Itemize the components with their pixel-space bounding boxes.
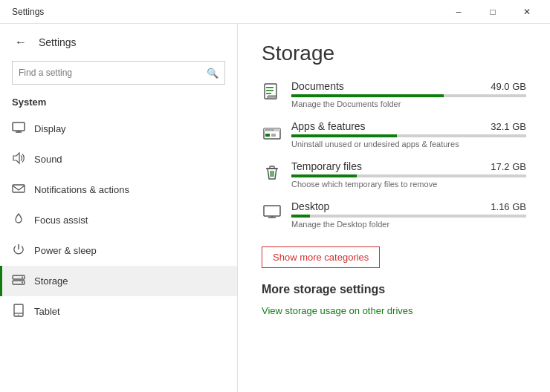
documents-name: Documents [291, 80, 344, 92]
view-storage-link[interactable]: View storage usage on other drives [262, 305, 413, 316]
sidebar-item-storage[interactable]: Storage [0, 266, 237, 296]
storage-item-documents[interactable]: Documents 49.0 GB Manage the Documents f… [262, 80, 526, 108]
sidebar-item-focus[interactable]: Focus assist [0, 205, 237, 235]
tablet-icon [12, 304, 25, 319]
svg-rect-15 [266, 93, 271, 94]
page-title: Storage [262, 42, 526, 65]
documents-icon [262, 82, 282, 102]
show-more-categories-button[interactable]: Show more categories [262, 246, 380, 268]
search-box[interactable]: 🔍 [12, 61, 225, 85]
svg-rect-0 [13, 122, 25, 131]
maximize-button[interactable]: □ [476, 0, 510, 24]
temp-header: Temporary files 17.2 GB [291, 160, 526, 172]
svg-rect-30 [264, 206, 280, 216]
svg-rect-20 [265, 130, 268, 131]
svg-rect-21 [268, 130, 271, 131]
content-area: Storage Documents 49.0 GB [238, 24, 550, 392]
temp-progress-bg [291, 174, 526, 177]
temp-content: Temporary files 17.2 GB Choose which tem… [291, 160, 526, 189]
svg-rect-24 [271, 134, 276, 137]
display-icon [12, 121, 25, 137]
documents-desc: Manage the Documents folder [291, 99, 526, 108]
sidebar-item-label-sound: Sound [34, 154, 62, 165]
temp-name: Temporary files [291, 160, 362, 172]
temp-icon [262, 162, 282, 183]
storage-item-desktop[interactable]: Desktop 1.16 GB Manage the Desktop folde… [262, 200, 526, 229]
close-button[interactable]: ✕ [510, 0, 544, 24]
sidebar-item-label-tablet: Tablet [34, 306, 60, 317]
power-icon [12, 243, 25, 258]
documents-header: Documents 49.0 GB [291, 80, 526, 92]
sidebar-top: ← Settings [0, 24, 237, 58]
sidebar-item-label-focus: Focus assist [34, 215, 88, 226]
minimize-button[interactable]: – [441, 0, 476, 24]
documents-progress-fill [291, 94, 444, 97]
sidebar-item-label-notifications: Notifications & actions [34, 184, 129, 195]
sidebar-app-title: Settings [39, 36, 77, 48]
svg-point-7 [22, 277, 23, 278]
apps-icon [262, 122, 282, 143]
svg-point-11 [18, 314, 19, 316]
search-icon: 🔍 [207, 68, 219, 79]
apps-desc: Uninstall unused or undesired apps & fea… [291, 140, 526, 148]
desktop-icon [262, 202, 282, 223]
desktop-name: Desktop [291, 200, 329, 212]
desktop-desc: Manage the Desktop folder [291, 220, 526, 229]
svg-rect-13 [266, 87, 274, 88]
apps-name: Apps & features [291, 120, 366, 132]
documents-progress-bg [291, 94, 526, 97]
storage-icon [12, 273, 25, 289]
svg-rect-23 [265, 134, 270, 137]
back-button[interactable]: ← [12, 33, 30, 52]
temp-desc: Choose which temporary files to remove [291, 180, 526, 189]
focus-icon [12, 212, 25, 228]
sidebar-item-sound[interactable]: Sound [0, 144, 237, 174]
storage-item-apps[interactable]: Apps & features 32.1 GB Uninstall unused… [262, 120, 526, 148]
sidebar-item-display[interactable]: Display [0, 114, 237, 144]
sidebar-item-label-power: Power & sleep [34, 245, 97, 256]
more-storage-title: More storage settings [262, 283, 526, 296]
sidebar-item-label-storage: Storage [34, 275, 68, 287]
title-bar: Settings – □ ✕ [0, 0, 550, 24]
apps-progress-fill [291, 134, 397, 137]
sidebar-item-label-display: Display [34, 123, 66, 134]
desktop-content: Desktop 1.16 GB Manage the Desktop folde… [291, 200, 526, 229]
svg-rect-4 [13, 185, 25, 192]
svg-point-8 [22, 282, 23, 284]
search-input[interactable] [19, 68, 202, 78]
sidebar-item-tablet[interactable]: Tablet [0, 296, 237, 327]
apps-header: Apps & features 32.1 GB [291, 120, 526, 132]
svg-marker-3 [13, 153, 19, 163]
title-bar-controls: – □ ✕ [441, 0, 544, 24]
documents-content: Documents 49.0 GB Manage the Documents f… [291, 80, 526, 108]
svg-rect-17 [268, 96, 276, 99]
sidebar-item-power[interactable]: Power & sleep [0, 235, 237, 266]
storage-item-temp[interactable]: Temporary files 17.2 GB Choose which tem… [262, 160, 526, 189]
main-layout: ← Settings 🔍 System Display [0, 24, 550, 392]
sidebar: ← Settings 🔍 System Display [0, 24, 238, 392]
sound-icon [12, 151, 25, 167]
svg-rect-14 [266, 90, 274, 91]
temp-progress-fill [291, 174, 357, 177]
desktop-size: 1.16 GB [491, 201, 526, 212]
svg-rect-22 [271, 130, 274, 131]
apps-content: Apps & features 32.1 GB Uninstall unused… [291, 120, 526, 148]
desktop-progress-bg [291, 215, 526, 218]
sidebar-item-notifications[interactable]: Notifications & actions [0, 174, 237, 205]
documents-size: 49.0 GB [491, 81, 526, 92]
apps-progress-bg [291, 134, 526, 137]
svg-rect-26 [270, 166, 274, 169]
apps-size: 32.1 GB [491, 121, 526, 132]
temp-size: 17.2 GB [491, 161, 526, 172]
desktop-header: Desktop 1.16 GB [291, 200, 526, 212]
notifications-icon [12, 182, 25, 197]
title-bar-title: Settings [12, 7, 441, 17]
sidebar-section-label: System [0, 94, 237, 114]
desktop-progress-fill [291, 215, 310, 218]
